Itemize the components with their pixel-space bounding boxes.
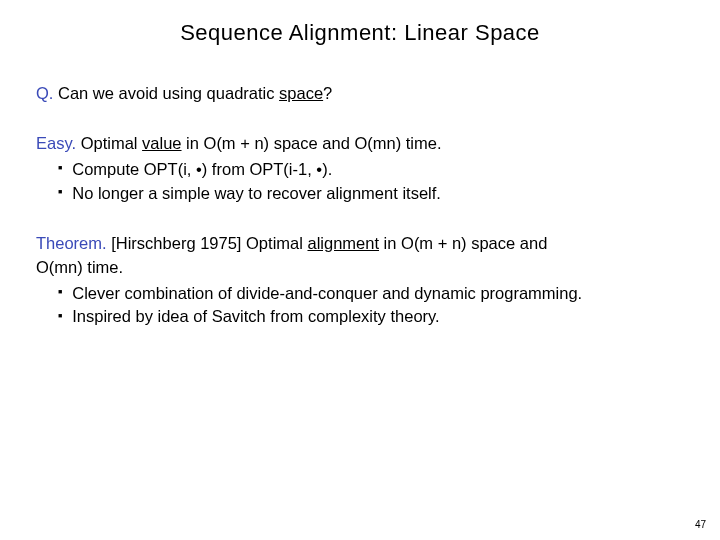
theorem-alignment-word: alignment [307,234,379,252]
question-label: Q. [36,84,53,102]
question-space-word: space [279,84,323,102]
list-item: Compute OPT(i, •) from OPT(i-1, •). [76,158,684,182]
question-prefix: Can we avoid using quadratic [58,84,279,102]
list-item: Inspired by idea of Savitch from complex… [76,305,684,329]
slide: Sequence Alignment: Linear Space Q. Can … [0,0,720,540]
theorem-bullets: Clever combination of divide-and-conquer… [36,282,684,330]
theorem-line2: O(mn) time. [36,258,123,276]
list-item: Clever combination of divide-and-conquer… [76,282,684,306]
theorem-cite: [Hirschberg 1975] [111,234,241,252]
theorem-block: Theorem. [Hirschberg 1975] Optimal align… [36,232,684,330]
slide-title: Sequence Alignment: Linear Space [36,20,684,46]
easy-line-suffix: in O(m + n) space and O(mn) time. [182,134,442,152]
theorem-mid-suffix: in O(m + n) space and [379,234,547,252]
easy-value-word: value [142,134,181,152]
easy-block: Easy. Optimal value in O(m + n) space an… [36,132,684,206]
easy-bullets: Compute OPT(i, •) from OPT(i-1, •). No l… [36,158,684,206]
page-number: 47 [695,519,706,530]
question-block: Q. Can we avoid using quadratic space? [36,82,684,106]
easy-label: Easy. [36,134,76,152]
question-suffix: ? [323,84,332,102]
easy-line-prefix: Optimal [81,134,142,152]
theorem-label: Theorem. [36,234,107,252]
list-item: No longer a simple way to recover alignm… [76,182,684,206]
theorem-mid-prefix: Optimal [241,234,307,252]
